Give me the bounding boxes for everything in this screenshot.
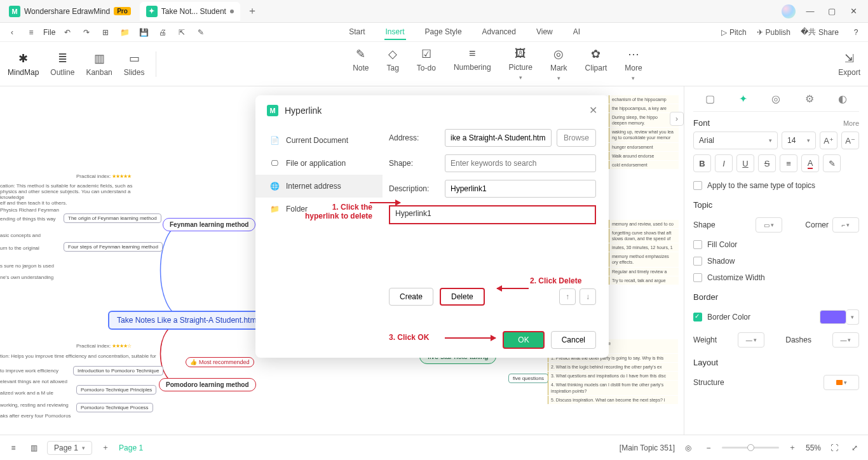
side-internet-address[interactable]: 🌐Internet address — [255, 175, 383, 198]
view-mindmap[interactable]: ✱MindMap — [8, 51, 39, 77]
new-tab-button[interactable]: ＋ — [243, 2, 262, 21]
view-outline[interactable]: ≣Outline — [50, 51, 74, 77]
panel-collapse-button[interactable]: › — [670, 112, 684, 126]
publish-button[interactable]: ✈Publish — [757, 28, 790, 37]
zoom-in-button[interactable]: ＋ — [785, 441, 799, 455]
tab-view[interactable]: View — [535, 25, 554, 40]
insert-tag[interactable]: ◇Tag — [386, 47, 398, 81]
tab-advanced[interactable]: Advanced — [481, 25, 517, 40]
feynman-right-1[interactable]: Four steps of Feynman learning method — [64, 242, 163, 252]
undo-button[interactable]: ↶ — [60, 25, 74, 39]
highlight-button[interactable]: ✎ — [823, 154, 841, 172]
pomodoro-right-0[interactable]: Introduction to Pomodoro Technique — [73, 366, 163, 375]
save-button[interactable]: 💾 — [137, 25, 151, 39]
insert-numbering[interactable]: ≡Numbering — [454, 47, 491, 81]
hyperlink-list-item[interactable]: Hyperlink1 — [389, 205, 596, 224]
share-button[interactable]: �共Share — [801, 27, 839, 37]
maximize-button[interactable]: ▢ — [825, 6, 839, 16]
structure-select[interactable]: ▾ — [824, 375, 859, 390]
rtab-topic-icon[interactable]: ▢ — [705, 93, 715, 105]
tab-page-style[interactable]: Page Style — [424, 25, 463, 40]
rtab-clock-icon[interactable]: ◐ — [838, 93, 847, 105]
font-more-link[interactable]: More — [843, 119, 859, 127]
font-grow-button[interactable]: A⁺ — [820, 132, 837, 149]
custom-width-checkbox[interactable]: Customize Width — [693, 269, 859, 286]
weight-select[interactable]: — ▾ — [738, 332, 764, 348]
zoom-slider[interactable] — [722, 447, 779, 449]
back-button[interactable]: ‹ — [5, 25, 19, 39]
border-color-swatch[interactable] — [820, 310, 846, 324]
font-color-button[interactable]: A — [801, 154, 819, 172]
close-window-button[interactable]: ✕ — [846, 6, 860, 16]
insert-note[interactable]: ✎Note — [353, 47, 369, 81]
edit-button[interactable]: ✎ — [194, 25, 208, 39]
active-page-indicator[interactable]: Page 1 — [119, 443, 143, 452]
file-menu[interactable]: File — [43, 28, 55, 37]
help-button[interactable]: ? — [849, 25, 863, 39]
font-family-select[interactable]: Arial▾ — [693, 132, 778, 149]
cancel-button[interactable]: Cancel — [551, 331, 596, 349]
apply-same-checkbox[interactable]: Apply to the same type of topics — [693, 177, 859, 194]
delete-button[interactable]: Delete — [440, 288, 485, 306]
node-main-topic[interactable]: Take Notes Like a Straight-A Student.htm… — [108, 311, 279, 330]
redo-button[interactable]: ↷ — [79, 25, 93, 39]
bold-button[interactable]: B — [693, 154, 711, 172]
corner-select[interactable]: ⌐ ▾ — [832, 217, 859, 233]
view-slides[interactable]: ▭Slides — [124, 51, 145, 77]
side-file-application[interactable]: 🖵File or application — [255, 152, 383, 175]
rtab-settings-icon[interactable]: ⚙ — [805, 93, 814, 105]
description-input[interactable] — [445, 180, 596, 198]
underline-button[interactable]: U — [736, 154, 754, 172]
zoom-thumb[interactable] — [747, 444, 754, 451]
move-down-button[interactable]: ↓ — [580, 288, 596, 305]
minimize-button[interactable]: — — [803, 6, 817, 16]
page-selector[interactable]: Page 1▾ — [47, 441, 92, 455]
outline-toggle-icon[interactable]: ≡ — [6, 441, 20, 455]
insert-mark[interactable]: ◎Mark▾ — [550, 47, 567, 81]
color-dropdown[interactable]: ▾ — [846, 309, 859, 325]
side-current-document[interactable]: 📄Current Document — [255, 129, 383, 152]
address-input[interactable] — [445, 129, 552, 147]
shape-select[interactable]: ▭ ▾ — [756, 217, 782, 233]
user-avatar[interactable] — [782, 4, 796, 18]
font-size-select[interactable]: 14▾ — [782, 132, 816, 149]
fullscreen-button[interactable]: ⤢ — [848, 441, 862, 455]
export-button[interactable]: ⇲Export — [838, 51, 860, 77]
node-pomodoro[interactable]: Pomodoro learning method — [159, 378, 256, 391]
shadow-checkbox[interactable]: Shadow — [693, 253, 859, 269]
strike-button[interactable]: S — [758, 154, 776, 172]
app-tab[interactable]: M Wondershare EdrawMind Pro — [3, 2, 137, 21]
dashes-select[interactable]: — ▾ — [832, 332, 859, 348]
border-color-checkbox[interactable] — [693, 313, 702, 321]
add-page-button[interactable]: ＋ — [98, 441, 112, 455]
export-quick-button[interactable]: ⇱ — [175, 25, 189, 39]
feynman-right-0[interactable]: The origin of Feynman learning method — [64, 213, 161, 223]
new-button[interactable]: ⊞ — [98, 25, 112, 39]
rtab-style-icon[interactable]: ✦ — [739, 93, 747, 105]
print-button[interactable]: 🖨 — [156, 25, 170, 39]
view-kanban[interactable]: ▥Kanban — [86, 51, 112, 77]
browse-button[interactable]: Browse — [557, 129, 596, 147]
node-feynman[interactable]: Feynman learning method — [163, 218, 255, 231]
create-button[interactable]: Create — [389, 288, 433, 306]
italic-button[interactable]: I — [715, 154, 733, 172]
fit-button[interactable]: ⛶ — [827, 441, 841, 455]
tab-ai[interactable]: AI — [572, 25, 581, 40]
document-tab[interactable]: ✦ Take Not... Student — [140, 2, 240, 21]
insert-clipart[interactable]: ✿Clipart — [585, 47, 607, 81]
tab-start[interactable]: Start — [348, 25, 366, 40]
tab-insert[interactable]: Insert — [384, 25, 406, 40]
pitch-button[interactable]: ▷Pitch — [721, 28, 747, 37]
menu-icon[interactable]: ≡ — [24, 25, 38, 39]
panel-toggle-icon[interactable]: ▥ — [27, 441, 41, 455]
dialog-close-button[interactable]: ✕ — [589, 104, 597, 116]
rtab-theme-icon[interactable]: ◎ — [771, 93, 780, 105]
pomodoro-right-2[interactable]: Pomodoro Technique Process — [76, 403, 153, 412]
fill-color-checkbox[interactable]: Fill Color — [693, 236, 859, 253]
target-icon[interactable]: ◎ — [681, 441, 695, 455]
zoom-out-button[interactable]: − — [702, 441, 715, 455]
node-five-questions[interactable]: five questions — [508, 374, 548, 383]
insert-more[interactable]: ⋯More▾ — [625, 47, 642, 81]
shape-input[interactable] — [445, 154, 596, 172]
move-up-button[interactable]: ↑ — [559, 288, 576, 305]
